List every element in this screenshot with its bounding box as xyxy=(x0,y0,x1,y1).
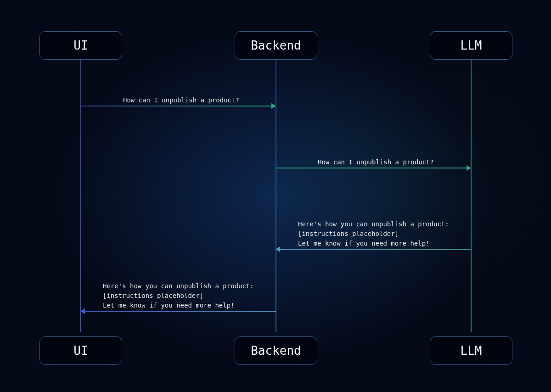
message-4-arrow xyxy=(85,311,276,312)
message-3-arrowhead xyxy=(276,246,280,252)
message-1-text: How can I unpublish a product? xyxy=(123,95,239,105)
participant-backend-bottom-label: Backend xyxy=(251,344,301,358)
message-4-text: Here's how you can unpublish a product: … xyxy=(103,281,254,310)
participant-ui-bottom: UI xyxy=(39,336,122,365)
participant-backend-bottom: Backend xyxy=(235,336,317,365)
lifeline-ui xyxy=(80,60,81,332)
message-1-arrow xyxy=(81,106,271,106)
message-2-text: How can I unpublish a product? xyxy=(318,157,434,167)
participant-ui-bottom-label: UI xyxy=(73,344,88,358)
participant-llm-bottom-label: LLM xyxy=(461,344,482,358)
participant-backend-top: Backend xyxy=(235,31,317,60)
participant-ui-top-label: UI xyxy=(73,39,88,52)
participant-ui-top: UI xyxy=(39,31,122,60)
message-2-arrowhead xyxy=(467,165,471,171)
message-2-arrow xyxy=(276,168,467,168)
participant-llm-top-label: LLM xyxy=(461,39,482,52)
participant-llm-top: LLM xyxy=(430,31,512,60)
lifeline-llm xyxy=(471,60,472,332)
message-4-arrowhead xyxy=(80,308,85,314)
participant-llm-bottom: LLM xyxy=(430,336,512,365)
lifeline-backend xyxy=(276,60,276,332)
participant-backend-top-label: Backend xyxy=(251,39,301,52)
message-3-text: Here's how you can unpublish a product: … xyxy=(298,219,449,248)
message-3-arrow xyxy=(280,249,471,250)
message-1-arrowhead xyxy=(271,103,276,109)
